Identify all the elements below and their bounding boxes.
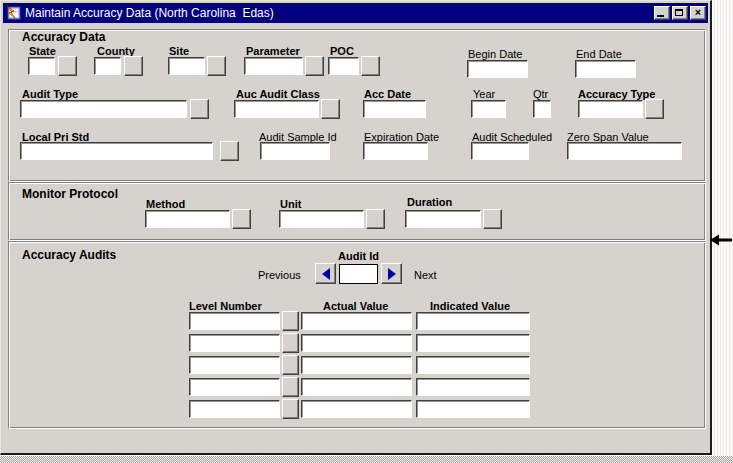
- audit-id-input[interactable]: [339, 264, 378, 284]
- level-number-lov-button[interactable]: [282, 377, 299, 397]
- county-lov-button[interactable]: [124, 56, 143, 76]
- year-input[interactable]: [471, 100, 506, 118]
- end-date-label: End Date: [576, 48, 622, 60]
- actual-value-input[interactable]: [301, 356, 412, 374]
- unit-label: Unit: [280, 198, 301, 210]
- parameter-label: Parameter: [246, 45, 300, 57]
- accuracy-audits-title: Accuracy Audits: [22, 248, 116, 262]
- minimize-icon: [657, 15, 664, 17]
- indicated-value-input[interactable]: [416, 356, 530, 374]
- zero-span-value-input[interactable]: [567, 142, 682, 160]
- qtr-input[interactable]: [533, 100, 551, 118]
- indicated-value-input[interactable]: [416, 312, 530, 330]
- next-label: Next: [414, 269, 437, 281]
- audit-type-lov-button[interactable]: [190, 99, 209, 119]
- qtr-label: Qtr: [533, 88, 548, 100]
- accuracy-type-lov-button[interactable]: [645, 99, 664, 119]
- audit-type-input[interactable]: [20, 100, 187, 118]
- auc-audit-class-lov-button[interactable]: [321, 99, 340, 119]
- column-header-level-number: Level Number: [189, 300, 262, 312]
- year-label: Year: [473, 88, 495, 100]
- accuracy-type-label: Accuracy Type: [578, 88, 655, 100]
- duration-input[interactable]: [405, 210, 481, 228]
- window-title: Maintain Accuracy Data (North Carolina E…: [25, 6, 654, 20]
- indicated-value-input[interactable]: [416, 400, 530, 418]
- accuracy-data-title: Accuracy Data: [22, 30, 105, 44]
- level-number-input[interactable]: [189, 312, 280, 330]
- audit-id-label: Audit Id: [338, 250, 379, 262]
- accuracy-type-input[interactable]: [578, 100, 643, 118]
- screen: Maintain Accuracy Data (North Carolina E…: [0, 0, 733, 463]
- level-number-lov-button[interactable]: [282, 355, 299, 375]
- local-pri-std-lov-button[interactable]: [220, 141, 239, 161]
- site-input[interactable]: [168, 57, 205, 75]
- previous-label: Previous: [258, 269, 301, 281]
- method-label: Method: [146, 198, 185, 210]
- actual-value-input[interactable]: [301, 312, 412, 330]
- site-label: Site: [169, 45, 189, 57]
- local-pri-std-input[interactable]: [20, 142, 213, 160]
- indicated-value-input[interactable]: [416, 334, 530, 352]
- unit-lov-button[interactable]: [366, 209, 385, 229]
- maximize-button[interactable]: [672, 6, 688, 20]
- titlebar: Maintain Accuracy Data (North Carolina E…: [3, 3, 708, 23]
- app-icon: [5, 5, 21, 21]
- poc-label: POC: [330, 45, 354, 57]
- audit-type-label: Audit Type: [22, 88, 78, 100]
- column-header-indicated-value: Indicated Value: [430, 300, 510, 312]
- expiration-date-input[interactable]: [363, 142, 428, 160]
- level-number-lov-button[interactable]: [282, 333, 299, 353]
- audit-scheduled-input[interactable]: [471, 142, 529, 160]
- method-input[interactable]: [145, 210, 230, 228]
- auc-audit-class-label: Auc Audit Class: [236, 88, 320, 100]
- site-lov-button[interactable]: [207, 56, 226, 76]
- end-date-input[interactable]: [575, 60, 636, 78]
- audit-sample-id-input[interactable]: [260, 142, 330, 160]
- duration-lov-button[interactable]: [483, 209, 502, 229]
- maximize-icon: [675, 9, 683, 16]
- app-window: Maintain Accuracy Data (North Carolina E…: [0, 0, 712, 455]
- monitor-protocol-title: Monitor Protocol: [22, 187, 118, 201]
- column-header-actual-value: Actual Value: [323, 300, 388, 312]
- begin-date-label: Begin Date: [468, 48, 522, 60]
- state-label: State: [29, 45, 56, 57]
- close-button[interactable]: ×: [690, 6, 706, 20]
- level-number-input[interactable]: [189, 378, 280, 396]
- indicated-value-input[interactable]: [416, 378, 530, 396]
- level-number-lov-button[interactable]: [282, 399, 299, 419]
- desktop-dither-strip: [0, 456, 733, 463]
- auc-audit-class-input[interactable]: [234, 100, 319, 118]
- level-number-lov-button[interactable]: [282, 311, 299, 331]
- state-lov-button[interactable]: [58, 56, 77, 76]
- level-number-input[interactable]: [189, 400, 280, 418]
- minimize-button[interactable]: [654, 6, 670, 20]
- actual-value-input[interactable]: [301, 334, 412, 352]
- duration-label: Duration: [407, 196, 452, 208]
- unit-lov-input[interactable]: [279, 210, 364, 228]
- level-number-input[interactable]: [189, 356, 280, 374]
- next-record-button[interactable]: [381, 263, 402, 284]
- state-input[interactable]: [28, 57, 55, 75]
- county-input[interactable]: [94, 57, 121, 75]
- arrow-left-icon: [322, 268, 330, 280]
- acc-date-label: Acc Date: [364, 88, 411, 100]
- arrow-right-icon: [388, 268, 396, 280]
- level-number-input[interactable]: [189, 334, 280, 352]
- close-icon: ×: [691, 5, 705, 19]
- mouse-cursor-arrow-icon: [709, 233, 733, 247]
- window-controls: ×: [654, 6, 706, 20]
- actual-value-input[interactable]: [301, 378, 412, 396]
- begin-date-input[interactable]: [467, 60, 528, 78]
- poc-lov-button[interactable]: [361, 56, 380, 76]
- previous-record-button[interactable]: [315, 263, 336, 284]
- poc-input[interactable]: [328, 57, 359, 75]
- acc-date-input[interactable]: [363, 100, 426, 118]
- actual-value-input[interactable]: [301, 400, 412, 418]
- parameter-lov-button[interactable]: [305, 56, 324, 76]
- method-lov-button[interactable]: [232, 209, 251, 229]
- parameter-input[interactable]: [244, 57, 303, 75]
